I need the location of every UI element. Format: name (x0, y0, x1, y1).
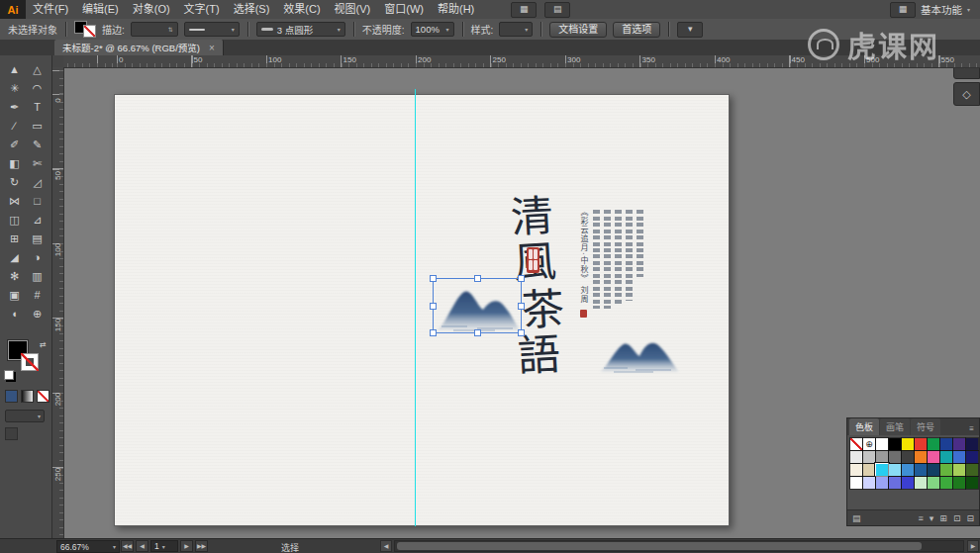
new-color-group-icon[interactable]: ⊞ (939, 511, 947, 525)
pen-tool[interactable]: ✒ (3, 98, 26, 117)
swatch-0-4[interactable] (902, 438, 914, 450)
vertical-guide[interactable] (415, 89, 416, 526)
selection-handle-mr[interactable] (518, 303, 525, 310)
gradient-tool[interactable]: ▤ (26, 230, 49, 248)
control-panel-menu-icon[interactable]: ▾ (677, 22, 703, 38)
pencil-tool[interactable]: ✎ (26, 136, 49, 154)
mountain-artwork[interactable] (598, 330, 681, 374)
direct-selection-tool[interactable]: △ (26, 60, 49, 79)
arrange-documents-icon[interactable]: ▦ (511, 2, 537, 18)
swatch-1-4[interactable] (902, 451, 914, 463)
swatch-0-6[interactable] (928, 438, 939, 450)
vertical-ruler[interactable]: 050100150200250 (51, 67, 64, 539)
swatch-3-7[interactable] (940, 477, 952, 489)
swatch-2-4[interactable] (902, 464, 914, 476)
default-fill-stroke-icon[interactable] (4, 370, 14, 380)
swatch-options-icon[interactable]: ▾ (930, 511, 934, 525)
opacity-select[interactable]: 100% ▾ (411, 22, 454, 37)
swatch-3-0[interactable] (850, 477, 862, 489)
swatch-2-8[interactable] (953, 464, 965, 476)
document-tab[interactable]: 未标题-2* @ 66.67% (RGB/预览) × (54, 40, 224, 55)
swatch-1-0[interactable] (850, 451, 862, 463)
selection-handle-ml[interactable] (430, 303, 437, 310)
first-artboard-button[interactable]: ◀◀ (121, 540, 134, 552)
menu-view[interactable]: 视图(V) (328, 0, 378, 19)
swatch-0-3[interactable] (889, 438, 901, 450)
swatch-2-7[interactable] (940, 464, 952, 476)
collapsed-panel-2-icon[interactable]: ◇ (953, 82, 980, 106)
seal-stamp[interactable] (527, 247, 539, 273)
line-segment-tool[interactable]: ∕ (3, 117, 26, 136)
menu-type[interactable]: 文字(T) (177, 0, 227, 19)
swatch-libraries-icon[interactable]: ▤ (852, 511, 861, 525)
swatch-1-7[interactable] (940, 451, 952, 463)
swatch-0-9[interactable] (966, 438, 978, 450)
lasso-tool[interactable]: ◠ (26, 79, 49, 98)
blend-tool[interactable]: ◑ (26, 248, 49, 267)
perspective-grid-tool[interactable]: ⊿ (26, 211, 49, 230)
selection-handle-bl[interactable] (430, 329, 437, 336)
swatch-2-2[interactable] (876, 464, 888, 476)
swatch-0-1[interactable]: ⊕ (863, 438, 875, 450)
swatch-1-6[interactable] (928, 451, 939, 463)
eyedropper-tool[interactable]: ◢ (3, 248, 26, 267)
selection-handle-tm[interactable] (474, 275, 481, 282)
menu-object[interactable]: 对象(O) (126, 0, 177, 19)
stroke-color-indicator[interactable] (21, 353, 39, 371)
paintbrush-tool[interactable]: ✐ (3, 136, 26, 154)
menu-effect[interactable]: 效果(C) (276, 0, 327, 19)
poem-text-block[interactable]: 《彩云追月·中秋》 刘周 (578, 208, 643, 324)
menu-select[interactable]: 选择(S) (227, 0, 277, 19)
swatch-1-5[interactable] (915, 451, 927, 463)
swatch-3-2[interactable] (876, 477, 888, 489)
swatches-tab-2[interactable]: 画笔 (880, 418, 910, 435)
shape-builder-tool[interactable]: ◫ (3, 211, 26, 230)
swatch-3-6[interactable] (928, 477, 939, 489)
panel-menu-icon[interactable]: ≡ (966, 422, 977, 435)
selection-handle-br[interactable] (518, 329, 525, 336)
selection-tool[interactable]: ▲ (3, 60, 26, 79)
swatches-tab-1[interactable]: 色板 (849, 418, 879, 435)
swatch-2-3[interactable] (889, 464, 901, 476)
rectangle-tool[interactable]: ▭ (26, 117, 49, 136)
swap-fill-stroke-icon[interactable]: ⇄ (40, 340, 47, 349)
rotate-tool[interactable]: ↻ (3, 173, 26, 192)
gradient-button[interactable] (21, 390, 34, 403)
document-setup-button[interactable]: 文档设置 (549, 22, 607, 38)
scroll-right-button[interactable]: ▶ (967, 540, 979, 552)
swatch-2-6[interactable] (928, 464, 939, 476)
spinner-icon[interactable]: ⇅ (168, 26, 173, 33)
width-tool[interactable]: ⋈ (3, 192, 26, 211)
magic-wand-tool[interactable]: ✳ (3, 79, 26, 98)
delete-swatch-icon[interactable]: ⊟ (966, 511, 974, 525)
swatch-0-2[interactable] (876, 438, 888, 450)
next-artboard-button[interactable]: ▶ (180, 540, 193, 552)
swatch-0-5[interactable] (915, 438, 927, 450)
swatch-0-0[interactable] (850, 438, 862, 450)
artboard-tool[interactable]: ▣ (3, 286, 26, 305)
swatch-1-3[interactable] (889, 451, 901, 463)
selected-mountain-object[interactable] (433, 278, 522, 333)
last-artboard-button[interactable]: ▶▶ (195, 540, 208, 552)
scroll-left-button[interactable]: ◀ (380, 540, 392, 552)
horizontal-ruler[interactable]: 050100150200250300350400450500550 (63, 55, 980, 68)
none-button[interactable] (37, 390, 49, 403)
menu-help[interactable]: 帮助(H) (431, 0, 481, 19)
type-tool[interactable]: T (26, 98, 49, 117)
selection-handle-tr[interactable] (518, 275, 525, 282)
stroke-swatch[interactable] (83, 25, 96, 38)
scrollbar-thumb[interactable] (397, 542, 922, 550)
stroke-weight-select[interactable]: ⇅ (131, 22, 178, 37)
swatch-3-1[interactable] (863, 477, 875, 489)
menu-edit[interactable]: 编辑(E) (75, 0, 126, 19)
zoom-tool[interactable]: ⊕ (26, 305, 49, 323)
zoom-level-select[interactable]: 66.67% ▾ (56, 540, 120, 553)
document-layout-icon[interactable]: ▤ (544, 2, 570, 18)
swatch-3-4[interactable] (902, 477, 914, 489)
fill-stroke-proxy[interactable] (74, 21, 96, 38)
eraser-tool[interactable]: ◧ (3, 154, 26, 173)
workspace-switcher[interactable]: ▦ 基本功能 ▾ (890, 2, 970, 18)
swatch-2-0[interactable] (850, 464, 862, 476)
slice-tool[interactable]: # (26, 286, 49, 305)
swatch-1-8[interactable] (953, 451, 965, 463)
